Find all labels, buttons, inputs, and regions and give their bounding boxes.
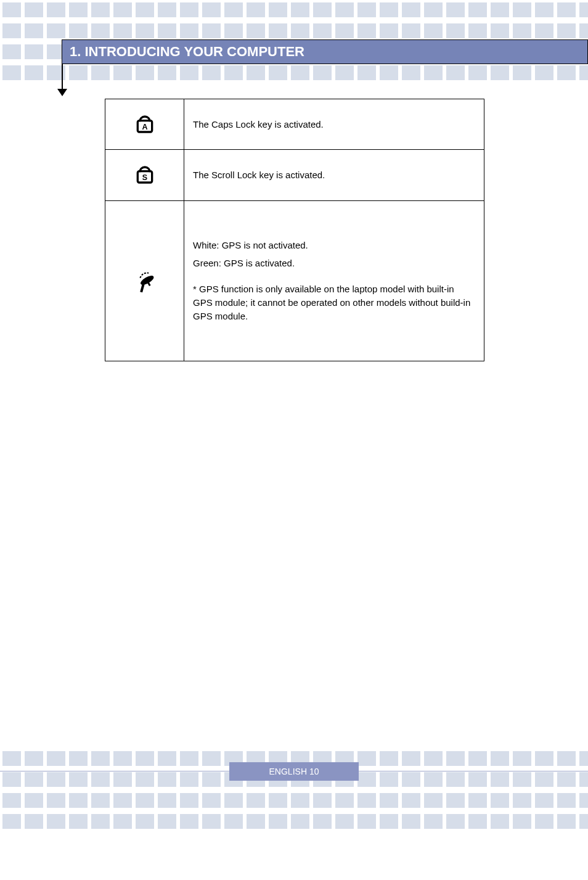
caps-lock-icon-cell: A (105, 99, 184, 150)
svg-line-6 (138, 284, 147, 293)
scroll-lock-desc: The Scroll Lock key is activated. (184, 150, 484, 200)
satellite-icon-cell (105, 200, 184, 361)
arrow-down-icon (57, 89, 67, 96)
scroll-lock-icon: S (133, 161, 157, 186)
section-header: 1. INTRODUCING YOUR COMPUTER (62, 39, 588, 64)
satellite-desc: White: GPS is not activated. Green: GPS … (184, 200, 484, 361)
caps-lock-icon: A (133, 110, 157, 135)
svg-text:A: A (142, 123, 147, 131)
table-row: S The Scroll Lock key is activated. (105, 150, 484, 200)
caps-lock-desc: The Caps Lock key is activated. (184, 99, 484, 150)
table-row: A The Caps Lock key is activated. (105, 99, 484, 150)
section-title: 1. INTRODUCING YOUR COMPUTER (70, 44, 304, 60)
svg-text:S: S (142, 173, 147, 182)
arrow-stem (62, 64, 63, 91)
icon-table: A The Caps Lock key is activated. S The … (105, 99, 484, 361)
table-row: White: GPS is not activated. Green: GPS … (105, 200, 484, 361)
scroll-lock-icon-cell: S (105, 150, 184, 200)
page-indicator: ENGLISH 10 (229, 762, 359, 781)
satellite-icon (130, 264, 160, 294)
